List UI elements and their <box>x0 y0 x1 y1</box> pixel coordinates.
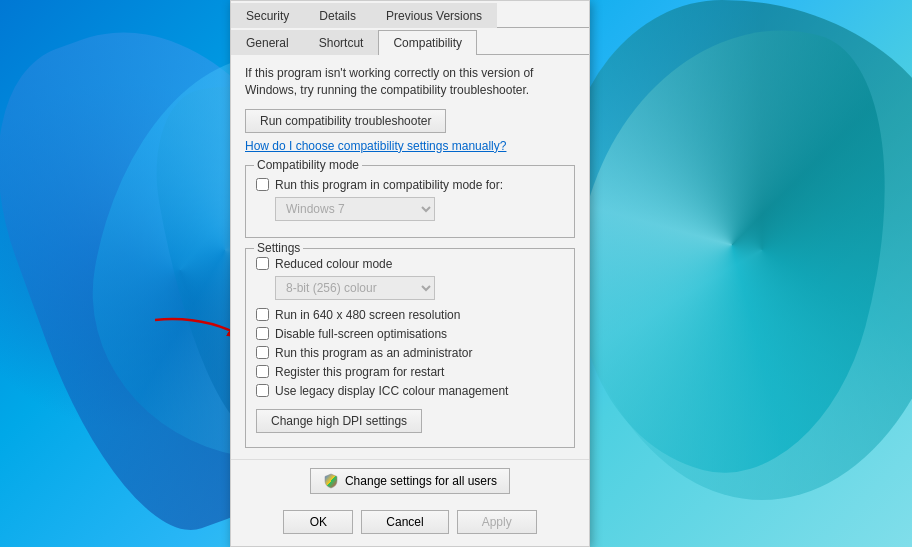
icc-checkbox[interactable] <box>256 384 269 397</box>
reduced-colour-checkbox[interactable] <box>256 257 269 270</box>
restart-checkbox[interactable] <box>256 365 269 378</box>
tab-previous-versions[interactable]: Previous Versions <box>371 3 497 28</box>
compat-mode-dropdown[interactable]: Windows 7 <box>275 197 435 221</box>
cancel-button[interactable]: Cancel <box>361 510 448 534</box>
dialog-buttons: OK Cancel Apply <box>231 502 589 546</box>
admin-checkbox[interactable] <box>256 346 269 359</box>
tab-security[interactable]: Security <box>231 3 304 28</box>
tab-general[interactable]: General <box>231 30 304 55</box>
properties-dialog: Security Details Previous Versions Gener… <box>230 0 590 547</box>
compat-mode-content: Run this program in compatibility mode f… <box>256 178 564 229</box>
manual-link[interactable]: How do I choose compatibility settings m… <box>245 139 575 153</box>
footer-section: Change settings for all users <box>231 459 589 502</box>
resolution-label[interactable]: Run in 640 x 480 screen resolution <box>275 308 460 322</box>
settings-group-label: Settings <box>254 241 303 255</box>
tab-details[interactable]: Details <box>304 3 371 28</box>
restart-label[interactable]: Register this program for restart <box>275 365 444 379</box>
resolution-row: Run in 640 x 480 screen resolution <box>256 308 564 322</box>
compat-mode-checkbox-label[interactable]: Run this program in compatibility mode f… <box>275 178 503 192</box>
dialog-content: If this program isn't working correctly … <box>231 55 589 459</box>
fullscreen-checkbox[interactable] <box>256 327 269 340</box>
tab-strip-2: General Shortcut Compatibility <box>231 28 589 55</box>
compat-mode-checkbox-row: Run this program in compatibility mode f… <box>256 178 564 192</box>
settings-group: Settings Reduced colour mode 8-bit (256)… <box>245 248 575 448</box>
tab-compatibility[interactable]: Compatibility <box>378 30 477 55</box>
apply-button[interactable]: Apply <box>457 510 537 534</box>
shield-icon <box>323 473 339 489</box>
compat-mode-label: Compatibility mode <box>254 158 362 172</box>
admin-row: Run this program as an administrator <box>256 346 564 360</box>
change-settings-button[interactable]: Change settings for all users <box>310 468 510 494</box>
icc-label[interactable]: Use legacy display ICC colour management <box>275 384 508 398</box>
colour-mode-dropdown[interactable]: 8-bit (256) colour <box>275 276 435 300</box>
high-dpi-button[interactable]: Change high DPI settings <box>256 409 422 433</box>
restart-row: Register this program for restart <box>256 365 564 379</box>
tab-strip: Security Details Previous Versions <box>231 1 589 28</box>
admin-label[interactable]: Run this program as an administrator <box>275 346 472 360</box>
icc-row: Use legacy display ICC colour management <box>256 384 564 398</box>
ok-button[interactable]: OK <box>283 510 353 534</box>
fullscreen-row: Disable full-screen optimisations <box>256 327 564 341</box>
troubleshooter-button[interactable]: Run compatibility troubleshooter <box>245 109 446 133</box>
change-settings-label: Change settings for all users <box>345 474 497 488</box>
reduced-colour-label[interactable]: Reduced colour mode <box>275 257 392 271</box>
resolution-checkbox[interactable] <box>256 308 269 321</box>
tab-shortcut[interactable]: Shortcut <box>304 30 379 55</box>
fullscreen-label[interactable]: Disable full-screen optimisations <box>275 327 447 341</box>
info-text: If this program isn't working correctly … <box>245 65 575 99</box>
reduced-colour-row: Reduced colour mode <box>256 257 564 271</box>
compat-mode-group: Compatibility mode Run this program in c… <box>245 165 575 238</box>
compat-mode-checkbox[interactable] <box>256 178 269 191</box>
